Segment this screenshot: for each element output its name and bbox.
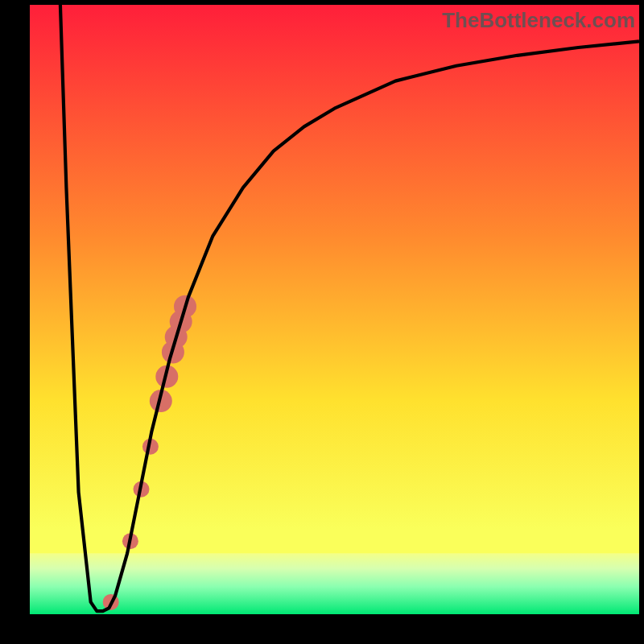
chart-svg	[30, 5, 639, 614]
green-band	[30, 553, 639, 614]
watermark-text: TheBottleneck.com	[442, 8, 635, 33]
plot-area: TheBottleneck.com	[30, 5, 639, 614]
gradient-background	[30, 5, 639, 614]
chart-frame: TheBottleneck.com	[0, 0, 644, 644]
